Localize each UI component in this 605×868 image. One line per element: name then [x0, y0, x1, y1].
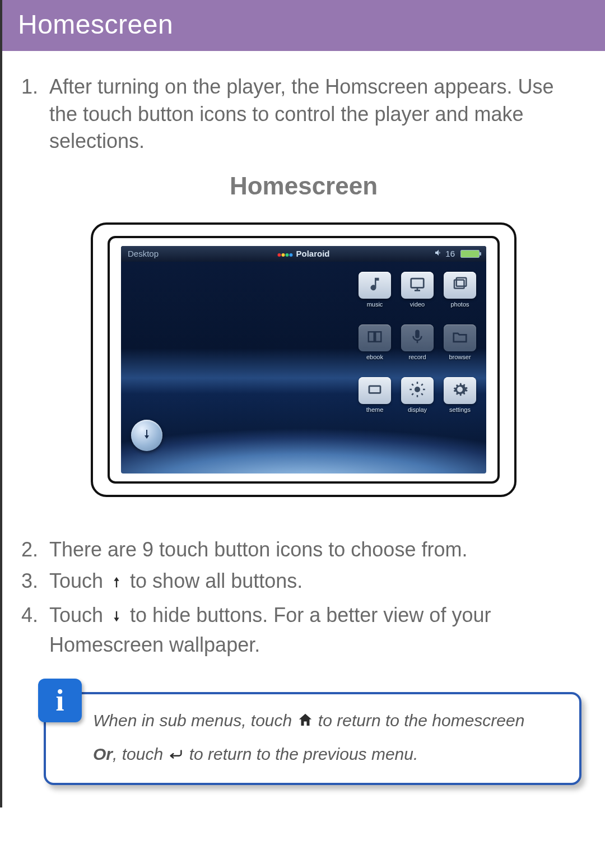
step-3-post: to show all buttons. — [124, 569, 302, 592]
arrow-up-icon — [109, 570, 124, 597]
step-3-pre: Touch — [49, 569, 109, 592]
svg-point-4 — [415, 387, 420, 392]
app-label: display — [399, 406, 436, 413]
microphone-icon — [409, 328, 426, 347]
brightness-icon — [409, 381, 426, 400]
app-label: record — [399, 354, 436, 360]
return-icon — [167, 745, 184, 768]
info-line-2-strong: Or — [93, 745, 113, 763]
monitor-icon — [409, 276, 426, 295]
page-header: Homescreen — [2, 0, 605, 51]
app-photos[interactable]: photos — [441, 272, 478, 322]
info-callout: i When in sub menus, touch to return to … — [44, 692, 581, 785]
info-line-2-post: to return to the previous menu. — [184, 745, 418, 763]
brand-text: Polaroid — [296, 249, 329, 258]
device-screen: Desktop Polaroid — [121, 246, 486, 474]
status-bar: Desktop Polaroid — [121, 246, 486, 262]
device-frame-inner: Desktop Polaroid — [108, 236, 500, 484]
step-4-pre: Touch — [49, 604, 109, 626]
app-record[interactable]: record — [399, 324, 436, 375]
app-music[interactable]: music — [356, 272, 393, 322]
figure-heading: Homescreen — [21, 172, 586, 200]
step-1: After turning on the player, the Homscre… — [49, 73, 580, 155]
instruction-list-2: There are 9 touch button icons to choose… — [21, 536, 586, 658]
photos-icon — [452, 276, 468, 295]
app-settings[interactable]: settings — [441, 377, 478, 428]
app-label: ebook — [356, 354, 393, 360]
info-badge: i — [38, 679, 82, 722]
arrow-down-icon — [109, 604, 124, 632]
app-theme[interactable]: theme — [356, 377, 393, 428]
instruction-list: After turning on the player, the Homscre… — [21, 73, 586, 155]
book-icon — [366, 328, 383, 347]
app-label: music — [356, 301, 393, 308]
gear-icon — [452, 381, 468, 400]
arrow-down-icon — [140, 428, 153, 443]
app-browser[interactable]: browser — [441, 324, 478, 375]
app-ebook[interactable]: ebook — [356, 324, 393, 375]
page-title: Homescreen — [18, 10, 173, 39]
speaker-icon — [434, 248, 443, 259]
step-4: Touch to hide buttons. For a better view… — [49, 602, 580, 658]
folder-icon — [452, 328, 468, 347]
app-label: settings — [441, 406, 478, 413]
info-line-2: Or, touch to return to the previous menu… — [93, 742, 564, 768]
brand-dots-icon — [277, 249, 293, 258]
app-label: browser — [441, 354, 478, 360]
app-label: photos — [441, 301, 478, 308]
statusbar-desktop-label: Desktop — [128, 249, 159, 258]
theme-icon — [366, 381, 383, 400]
info-line-2-mid: , touch — [113, 745, 167, 763]
svg-rect-3 — [369, 386, 380, 393]
app-label: theme — [356, 406, 393, 413]
app-label: video — [399, 301, 436, 308]
info-line-1-post: to return to the homescreen — [314, 711, 525, 730]
volume-value: 16 — [445, 249, 455, 258]
info-line-1: When in sub menus, touch to return to th… — [93, 709, 564, 735]
step-3: Touch to show all buttons. — [49, 568, 580, 597]
brand-label: Polaroid — [277, 249, 329, 258]
step-2: There are 9 touch button icons to choose… — [49, 536, 580, 564]
device-frame-outer: Desktop Polaroid — [91, 222, 516, 497]
volume-indicator: 16 — [434, 248, 455, 259]
app-grid: music video photos ebook — [356, 272, 478, 428]
svg-rect-0 — [411, 278, 424, 287]
info-line-1-pre: When in sub menus, touch — [93, 711, 297, 730]
app-video[interactable]: video — [399, 272, 436, 322]
music-note-icon — [366, 276, 383, 295]
app-display[interactable]: display — [399, 377, 436, 428]
home-icon — [297, 711, 314, 735]
hide-icons-button[interactable] — [131, 420, 162, 451]
battery-icon — [460, 250, 480, 258]
